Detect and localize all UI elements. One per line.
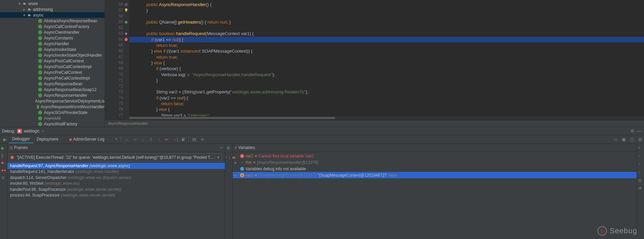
code-line[interactable]: } else { — [129, 107, 644, 112]
step-out-icon[interactable]: ↑ — [156, 137, 162, 142]
frames-list[interactable]: handleRequest:97, AsyncResponseHandler(w… — [7, 163, 225, 239]
pause-icon[interactable]: || — [1, 153, 6, 158]
move-down-watch-icon[interactable]: ↓ — [638, 170, 643, 175]
mute-breakpoints-icon[interactable]: ⊘ — [1, 175, 6, 180]
tree-class-item[interactable]: AsyncPostCallContextImpl — [0, 64, 105, 69]
tree-class-item[interactable]: AsyncHandler — [0, 41, 105, 47]
minimize-icon[interactable]: — — [637, 128, 642, 134]
thread-dropdown-icon[interactable]: ▾ — [215, 155, 222, 160]
code-line[interactable]: public AsyncResponseHandler() { — [129, 2, 644, 7]
code-line[interactable]: return true; — [129, 54, 644, 60]
tree-class-item[interactable]: AsyncResponseServiceDeploymentListener — [0, 98, 105, 104]
stop-icon[interactable]: ■ — [1, 160, 6, 165]
stack-frame[interactable]: invoke:80, WsSkel(weblogic.wsee.ws) — [7, 181, 225, 187]
tab-deployment[interactable]: Deployment⊸ — [33, 135, 66, 143]
tree-class-item[interactable]: AsyncWsdlFactory — [0, 121, 105, 127]
code-line[interactable]: public boolean handleRequest(MessageCont… — [129, 31, 644, 36]
move-up-watch-icon[interactable]: ↑ — [638, 162, 643, 167]
variable-row[interactable]: ▸≡this = {AsyncResponseHandler@11079} — [233, 159, 637, 166]
editor-h-scrollbar[interactable] — [129, 116, 644, 120]
override-arrow-icon[interactable] — [125, 21, 127, 24]
drop-frame-icon[interactable]: ⇤ — [164, 137, 170, 142]
breakpoint-marker-icon[interactable] — [124, 38, 128, 41]
code-line[interactable]: } — [129, 7, 644, 13]
caret-icon[interactable]: ▾ — [22, 13, 26, 17]
rerun-icon[interactable]: ▶ — [2, 137, 8, 142]
stack-frame[interactable]: handleRequest:141, HandlerIterator(weblo… — [7, 169, 225, 175]
intention-bulb-icon[interactable]: 💡 — [124, 7, 128, 13]
layout-icon-2[interactable]: ▣ — [621, 137, 626, 142]
more-icon[interactable]: ≡ — [200, 137, 205, 142]
code-line[interactable]: if (var1 == null) { — [129, 37, 644, 42]
step-into-icon[interactable]: ↓ — [140, 137, 145, 142]
tree-class-item[interactable]: AsyncResponseBean — [0, 81, 105, 87]
editor-breadcrumb[interactable]: AsyncResponseHandler — [105, 120, 644, 127]
tree-class-item[interactable]: AsyncPreCallContext — [0, 69, 105, 75]
trace-current-stream-chain-icon[interactable]: ▤ — [192, 137, 197, 142]
stack-frame[interactable]: dispatch:114, ServerDispatcher(weblogic.… — [7, 175, 225, 181]
layout-icon-1[interactable]: ▭ — [613, 137, 618, 142]
expand-icon[interactable]: ▸ — [235, 173, 239, 178]
code-line[interactable]: } else { — [129, 60, 644, 66]
code-line[interactable] — [129, 25, 644, 31]
tab-debugger[interactable]: Debugger — [9, 135, 33, 143]
settings-icon[interactable]: ⚙ — [631, 128, 635, 133]
frames-restore-icon[interactable]: ⊸ — [219, 145, 223, 150]
override-icon[interactable]: @ — [124, 2, 128, 7]
tree-folder[interactable]: ▾🖿async — [0, 12, 105, 18]
tree-class-item[interactable]: AsyncResponseHandler — [0, 92, 105, 98]
remove-watch-icon[interactable]: − — [638, 154, 643, 158]
duplicate-watch-icon[interactable]: ⧉ — [638, 178, 643, 183]
variables-view-icon[interactable]: ≡ — [235, 145, 237, 150]
show-execution-point-icon[interactable]: ↕ — [124, 137, 129, 142]
code-line[interactable]: } — [129, 78, 644, 83]
tree-class-item[interactable]: AsyncInvokeStateObjectHandler — [0, 52, 105, 58]
step-over-icon[interactable]: ⤻ — [132, 137, 137, 142]
code-line[interactable] — [129, 83, 644, 89]
close-tab-icon[interactable]: × — [41, 129, 43, 133]
thread-selector[interactable]: "[ACTIVE] ExecuteThread: '22' for queue:… — [15, 155, 215, 160]
caret-down-icon[interactable]: ▾ — [18, 2, 22, 6]
tree-class-item[interactable]: AsyncUtil — [0, 115, 105, 121]
tree-class-item[interactable]: AsyncConstants — [0, 35, 105, 41]
tab-adminserver-log[interactable]: ◼AdminServer Log⊸ — [66, 135, 112, 143]
view-breakpoints-icon[interactable]: ●● — [1, 168, 6, 173]
resume-icon[interactable]: ▶ — [1, 146, 6, 150]
code-line[interactable]: public QName[] getHeaders() { return nul… — [129, 19, 644, 25]
code-line[interactable]: if (var2 == null) { — [129, 95, 644, 101]
evaluate-expression-icon[interactable]: 🖩 — [180, 137, 186, 142]
tree-class-item[interactable]: AsyncClientHandler — [0, 29, 105, 35]
stack-frame[interactable]: process:44, SoapProcessor(weblogic.wsee.… — [7, 192, 225, 199]
expand-icon[interactable]: ▸ — [235, 160, 239, 165]
frames-threads-icon[interactable]: ⊟ — [9, 145, 13, 150]
stack-frame[interactable]: handleRequest:97, AsyncResponseHandler(w… — [7, 163, 225, 169]
variable-row[interactable]: !var2 = Cannot find local variable 'var2… — [233, 153, 637, 159]
code-line[interactable] — [129, 13, 644, 19]
tree-class-item[interactable]: AsyncResponseWsrmWsscHandler — [0, 104, 105, 110]
stack-frame[interactable]: handlePost:66, SoapProcessor(weblogic.ws… — [7, 186, 225, 192]
run-config-name[interactable]: weblogic — [24, 129, 40, 133]
tab-close-all[interactable]: × — [112, 135, 121, 143]
implements-icon[interactable] — [125, 32, 127, 35]
code-line[interactable]: return false; — [129, 101, 644, 107]
code-line[interactable]: Verbose.log( o: "AsyncResponseHandler.ha… — [129, 72, 644, 78]
layout-settings-icon[interactable]: ⊞ — [227, 146, 231, 150]
code-surface[interactable]: public AsyncResponseHandler() { } public… — [129, 0, 644, 120]
tree-class-item[interactable]: AsyncCallContextFactory — [0, 24, 105, 29]
code-line[interactable]: String var2 = (String)var1.getProperty("… — [129, 89, 644, 95]
code-line[interactable]: } else if (!(var1 instanceof SOAPMessage… — [129, 48, 644, 54]
code-line[interactable]: return true; — [129, 42, 644, 48]
run-to-cursor-icon[interactable]: →| — [172, 137, 178, 142]
tree-folder-label[interactable]: wsee — [28, 1, 38, 6]
tree-class-item[interactable]: AbstractAsyncResponseBean — [0, 18, 105, 24]
variable-row[interactable]: ▸pvar1 = {SoapMessageContext@11257} "{So… — [233, 172, 637, 178]
layout-icon-3[interactable]: ◫ — [629, 137, 635, 142]
variables-list[interactable]: !var2 = Cannot find local variable 'var2… — [233, 152, 637, 239]
caret-icon[interactable]: ▸ — [22, 7, 26, 11]
variable-row[interactable]: iVariables debug info not available — [233, 166, 637, 172]
tree-class-item[interactable]: AsyncInvokeState — [0, 47, 105, 52]
new-watch-icon[interactable]: + — [638, 146, 643, 150]
tree-class-item[interactable]: AsyncPostCallContext — [0, 58, 105, 64]
code-line[interactable]: if (verbose) { — [129, 66, 644, 71]
show-watches-icon[interactable]: 👁 — [638, 186, 643, 191]
